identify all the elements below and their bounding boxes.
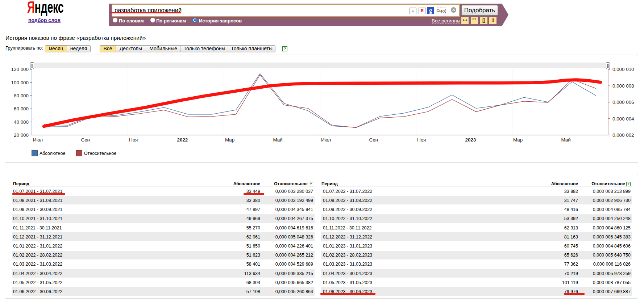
svg-text:100 000: 100 000 bbox=[11, 80, 29, 85]
svg-text:Сен: Сен bbox=[369, 137, 378, 143]
svg-text:0,000 010: 0,000 010 bbox=[612, 67, 634, 72]
svg-text:Ноя: Ноя bbox=[417, 137, 426, 143]
svg-text:Ноя: Ноя bbox=[129, 137, 138, 143]
svg-text:Май: Май bbox=[561, 137, 571, 143]
svg-text:80 000: 80 000 bbox=[14, 93, 29, 98]
svg-text:Сен: Сен bbox=[81, 137, 90, 143]
svg-text:20 000: 20 000 bbox=[14, 132, 29, 138]
svg-text:0,000 008: 0,000 008 bbox=[612, 83, 634, 89]
svg-text:40 000: 40 000 bbox=[14, 119, 29, 125]
svg-text:2022: 2022 bbox=[177, 137, 188, 143]
svg-text:Мар: Мар bbox=[513, 137, 523, 143]
svg-text:Май: Май bbox=[273, 137, 283, 143]
svg-text:120 000: 120 000 bbox=[11, 67, 29, 72]
svg-text:Мар: Мар bbox=[225, 137, 234, 143]
svg-text:Июл: Июл bbox=[33, 137, 43, 143]
svg-text:0,000 004: 0,000 004 bbox=[612, 116, 634, 122]
svg-text:0,000 002: 0,000 002 bbox=[612, 132, 634, 138]
svg-text:Июл: Июл bbox=[321, 137, 331, 143]
svg-text:0,000 006: 0,000 006 bbox=[612, 100, 634, 105]
svg-text:60 000: 60 000 bbox=[14, 106, 29, 111]
svg-text:2023: 2023 bbox=[465, 137, 476, 143]
